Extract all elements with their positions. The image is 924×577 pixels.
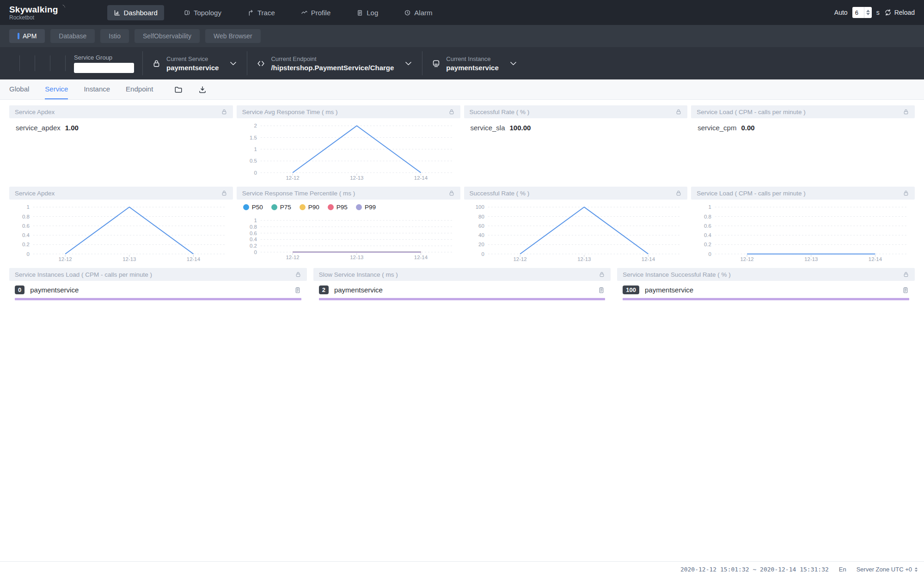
category-apm[interactable]: APM <box>9 29 45 43</box>
legend-item-p99[interactable]: P99 <box>356 204 376 211</box>
card-successful-rate-value: Successful Rate ( % ) service_sla 100.00 <box>464 105 688 183</box>
lock-icon[interactable] <box>599 271 605 278</box>
nav-item-trace[interactable]: Trace <box>241 5 281 20</box>
instance-row[interactable]: 2 paymentservice <box>313 281 611 294</box>
cards-row-1: Service Apdex service_apdex 1.00 Service… <box>9 105 915 183</box>
lock-icon[interactable] <box>675 190 682 196</box>
folder-icon[interactable] <box>174 85 183 94</box>
app-logo-title: Skywalking <box>9 5 58 14</box>
category-label: APM <box>23 32 37 40</box>
category-istio[interactable]: Istio <box>100 29 129 43</box>
svg-text:1: 1 <box>254 146 257 152</box>
download-icon[interactable] <box>198 85 207 94</box>
trace-icon <box>247 9 254 16</box>
tab-endpoint[interactable]: Endpoint <box>126 79 153 99</box>
chevron-down-icon <box>229 59 238 68</box>
svg-text:12-13: 12-13 <box>350 255 363 260</box>
line-chart-successful-rate: 02040608010012-1212-1312-14 <box>466 200 686 264</box>
legend-item-p75[interactable]: P75 <box>271 204 291 211</box>
svg-text:12-13: 12-13 <box>804 256 818 262</box>
legend-label: P95 <box>337 204 348 211</box>
cards-row-3: Service Instances Load ( CPM - calls per… <box>9 268 915 303</box>
nav-label: Profile <box>311 9 331 17</box>
category-web-browser[interactable]: Web Browser <box>205 29 261 43</box>
legend-item-p50[interactable]: P50 <box>243 204 263 211</box>
current-service-selector[interactable]: Current Service paymentservice <box>143 55 247 72</box>
app-logo[interactable]: Skywalking Rocketbot <box>9 5 66 20</box>
clipboard-icon[interactable] <box>598 286 605 294</box>
svg-text:100: 100 <box>475 204 484 210</box>
scope-tabs: Global Service Instance Endpoint <box>0 79 924 100</box>
lock-icon[interactable] <box>903 109 909 115</box>
reload-button[interactable]: Reload <box>884 9 915 16</box>
legend-item-p90[interactable]: P90 <box>300 204 319 211</box>
dashboard-icon <box>114 9 121 16</box>
svg-text:0: 0 <box>254 170 257 176</box>
card-service-instances-load: Service Instances Load ( CPM - calls per… <box>9 268 307 303</box>
service-group-input[interactable] <box>74 63 134 73</box>
language-toggle[interactable]: En <box>839 566 846 573</box>
auto-interval-input[interactable]: 6 <box>852 7 872 18</box>
lock-icon[interactable] <box>448 190 455 196</box>
spinner-arrows-icon[interactable] <box>915 567 918 572</box>
current-instance-selector[interactable]: Current Instance paymentservice <box>422 55 526 72</box>
metric-value: 100.00 <box>510 124 531 132</box>
svg-text:0.6: 0.6 <box>704 223 711 229</box>
legend-label: P99 <box>365 204 376 211</box>
active-indicator <box>18 33 19 39</box>
spinner-arrows-icon[interactable] <box>864 7 872 18</box>
lock-icon[interactable] <box>903 271 909 278</box>
card-header: Service Load ( CPM - calls per minute ) <box>691 105 915 118</box>
card-header: Successful Rate ( % ) <box>464 105 688 118</box>
svg-text:0.2: 0.2 <box>704 242 711 247</box>
svg-text:0.8: 0.8 <box>704 214 711 219</box>
svg-text:0.4: 0.4 <box>22 232 30 238</box>
card-header: Service Load ( CPM - calls per minute ) <box>691 187 915 200</box>
selector-label: Current Endpoint <box>271 55 394 62</box>
card-header: Service Instance Successful Rate ( % ) <box>617 268 915 281</box>
card-title: Service Avg Response Time ( ms ) <box>242 109 448 115</box>
time-range-picker[interactable]: 2020-12-12 15:01:32 ~ 2020-12-14 15:31:3… <box>680 566 829 573</box>
svg-text:12-14: 12-14 <box>641 256 655 262</box>
lock-icon[interactable] <box>675 109 682 115</box>
lock-icon[interactable] <box>903 190 909 196</box>
lock-icon[interactable] <box>448 109 455 115</box>
nav-item-profile[interactable]: Profile <box>294 5 337 20</box>
card-body: 02040608010012-1212-1312-14 <box>464 200 688 264</box>
nav-item-alarm[interactable]: Alarm <box>398 5 439 20</box>
metric-value: 1.00 <box>65 124 79 132</box>
tab-service[interactable]: Service <box>45 79 68 99</box>
svg-text:12-14: 12-14 <box>187 256 201 262</box>
tab-instance[interactable]: Instance <box>84 79 110 99</box>
category-database[interactable]: Database <box>50 29 95 43</box>
server-zone-control[interactable]: Server Zone UTC +0 <box>857 566 918 573</box>
lock-icon[interactable] <box>295 271 301 278</box>
instance-progress-bar <box>319 298 606 300</box>
legend-item-p95[interactable]: P95 <box>328 204 348 211</box>
divider <box>50 55 50 71</box>
instance-name: paymentservice <box>30 286 288 294</box>
lock-icon[interactable] <box>221 109 227 115</box>
nav-item-log[interactable]: Log <box>350 5 385 20</box>
nav-item-topology[interactable]: Topology <box>177 5 228 20</box>
current-endpoint-selector[interactable]: Current Endpoint /hipstershop.PaymentSer… <box>247 55 422 72</box>
instance-row[interactable]: 0 paymentservice <box>9 281 307 294</box>
metric-label: service_sla <box>471 124 505 132</box>
category-bar: APM Database Istio SelfObservability Web… <box>0 25 924 47</box>
lock-icon[interactable] <box>221 190 227 196</box>
line-chart-percentile: 00.20.40.60.8112-1212-1312-14 <box>239 211 459 261</box>
instance-name: paymentservice <box>334 286 592 294</box>
server-zone-label: Server Zone UTC +0 <box>857 566 912 573</box>
nav-item-dashboard[interactable]: Dashboard <box>107 5 164 20</box>
selector-value: paymentservice <box>166 64 219 72</box>
clipboard-icon[interactable] <box>902 286 909 294</box>
category-label: SelfObservability <box>143 32 191 40</box>
tab-global[interactable]: Global <box>9 79 29 99</box>
clipboard-icon[interactable] <box>294 286 301 294</box>
instance-row[interactable]: 100 paymentservice <box>617 281 915 294</box>
alarm-icon <box>404 9 411 16</box>
topology-icon <box>184 9 190 16</box>
svg-text:12-13: 12-13 <box>350 175 363 181</box>
chart-legend: P50P75P90P95P99 <box>237 200 460 211</box>
category-selfobservability[interactable]: SelfObservability <box>135 29 200 43</box>
